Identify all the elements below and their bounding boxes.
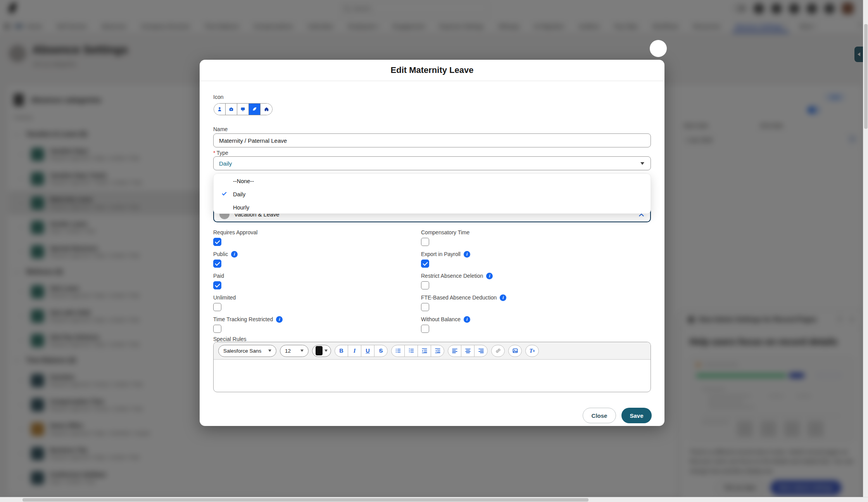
type-field-label: *Type	[213, 150, 228, 156]
checkbox-field: Public	[213, 251, 423, 268]
checkbox[interactable]	[421, 281, 429, 289]
editor-body[interactable]	[214, 360, 651, 392]
checkbox-field: FTE-Based Absence Deduction	[421, 294, 630, 311]
italic-button[interactable]: I	[348, 345, 361, 357]
chevron-down-icon	[640, 162, 644, 165]
image-button[interactable]	[508, 345, 522, 357]
font-select[interactable]: Salesforce Sans	[218, 345, 276, 357]
checkbox[interactable]	[421, 260, 429, 268]
bold-button[interactable]: B	[335, 345, 348, 357]
leaf-icon[interactable]	[249, 104, 261, 115]
type-select-value: Daily	[219, 160, 232, 167]
info-icon[interactable]	[276, 316, 283, 323]
checkbox[interactable]	[213, 281, 221, 289]
name-input[interactable]	[213, 133, 651, 147]
checkbox-field: Requires Approval	[213, 229, 423, 246]
info-icon[interactable]	[486, 273, 493, 279]
checkbox-label: Public	[213, 251, 228, 257]
info-icon[interactable]	[500, 294, 506, 301]
checkbox-field: Export in Payroll	[421, 251, 630, 268]
clear-formatting-button[interactable]: Tx	[525, 345, 539, 357]
info-icon[interactable]	[464, 251, 470, 258]
checkbox-field: Paid	[213, 272, 423, 289]
checkbox-label: Paid	[213, 273, 224, 279]
required-mark: *	[213, 150, 215, 156]
info-icon[interactable]	[231, 251, 238, 258]
chevron-down-icon	[324, 350, 328, 352]
chevron-down-icon	[300, 350, 304, 352]
text-color-picker[interactable]	[312, 345, 331, 357]
horizontal-scrollbar-thumb[interactable]	[22, 498, 588, 502]
checkbox-label: Restrict Absence Deletion	[421, 273, 483, 279]
type-select[interactable]: Daily	[213, 156, 651, 170]
checkbox-label: Compensatory Time	[421, 229, 469, 235]
icon-picker	[214, 103, 273, 115]
checkbox-label: Without Balance	[421, 316, 461, 322]
home-icon[interactable]	[261, 104, 272, 115]
indent-button[interactable]	[418, 345, 431, 357]
type-dropdown-list: --None-- Daily Hourly	[213, 173, 651, 214]
checkbox[interactable]	[421, 303, 429, 311]
checkbox-label: Time Tracking Restricted	[213, 316, 273, 322]
link-button[interactable]	[491, 345, 505, 357]
checkbox[interactable]	[213, 260, 221, 268]
dropdown-option[interactable]: Hourly	[214, 201, 651, 214]
checkbox[interactable]	[213, 238, 221, 246]
save-button[interactable]: Save	[621, 408, 652, 423]
rich-text-editor: Salesforce Sans 12 B I U S	[213, 342, 651, 392]
chevron-up-icon	[639, 213, 644, 218]
dialog-title: Edit Maternity Leave	[391, 65, 474, 75]
edit-maternity-leave-dialog: Edit Maternity Leave Icon Name *Type Da	[200, 60, 664, 426]
strikethrough-button[interactable]: S	[374, 345, 388, 357]
color-swatch	[316, 346, 323, 355]
checkbox-label: Unlimited	[213, 294, 236, 301]
display-icon[interactable]	[237, 104, 249, 115]
medical-bag-icon[interactable]	[226, 104, 237, 115]
checkbox[interactable]	[213, 325, 221, 333]
editor-toolbar: Salesforce Sans 12 B I U S	[214, 342, 651, 360]
info-icon[interactable]	[464, 316, 470, 323]
underline-button[interactable]: U	[361, 345, 374, 357]
check-icon	[222, 191, 226, 196]
vertical-scrollbar[interactable]	[863, 0, 868, 502]
chevron-down-icon	[268, 350, 271, 352]
checkbox-field: Unlimited	[213, 294, 423, 311]
checkbox[interactable]	[421, 238, 429, 246]
checkbox-label: Export in Payroll	[421, 251, 461, 257]
checkbox-field: Restrict Absence Deletion	[421, 272, 630, 289]
name-field-label: Name	[213, 126, 228, 132]
checkbox-field: Time Tracking Restricted	[213, 316, 423, 333]
checkbox[interactable]	[421, 325, 429, 333]
align-left-button[interactable]	[448, 345, 461, 357]
font-size-select[interactable]: 12	[280, 345, 309, 357]
checkbox[interactable]	[213, 303, 221, 311]
checkbox-label: FTE-Based Absence Deduction	[421, 294, 497, 301]
vertical-scrollbar-thumb[interactable]	[864, 24, 868, 129]
child-icon[interactable]	[214, 104, 226, 115]
checkbox-field: Without Balance	[421, 316, 630, 333]
dropdown-option[interactable]: --None--	[214, 175, 651, 188]
close-dialog-button[interactable]: Close	[583, 408, 616, 423]
bullet-list-button[interactable]	[391, 345, 405, 357]
horizontal-scrollbar[interactable]	[0, 497, 868, 502]
align-center-button[interactable]	[461, 345, 475, 357]
outdent-button[interactable]	[431, 345, 444, 357]
screen: HR Home Self Service Absences	[0, 0, 868, 502]
checkbox-field: Compensatory Time	[421, 229, 630, 246]
special-rules-label: Special Rules	[213, 336, 247, 342]
dropdown-option[interactable]: Daily	[214, 188, 651, 201]
align-right-button[interactable]	[474, 345, 488, 357]
numbered-list-button[interactable]	[404, 345, 418, 357]
checkbox-label: Requires Approval	[213, 229, 257, 235]
icon-field-label: Icon	[213, 94, 223, 100]
close-button[interactable]	[650, 40, 667, 57]
